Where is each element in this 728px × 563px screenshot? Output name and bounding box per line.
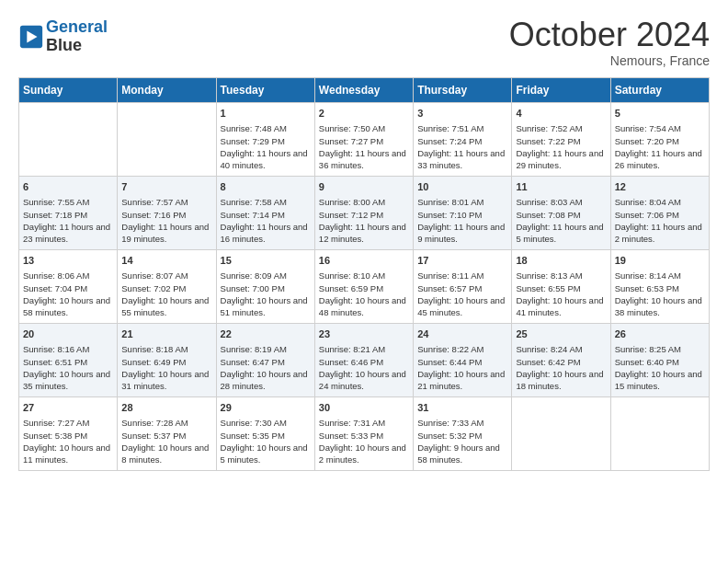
day-number: 21	[121, 327, 211, 341]
logo: General Blue	[18, 18, 108, 55]
col-tuesday: Tuesday	[216, 78, 314, 103]
day-info: Daylight: 10 hours and 48 minutes.	[319, 295, 406, 317]
day-number: 26	[615, 327, 705, 341]
day-info: Sunrise: 8:09 AM	[221, 270, 287, 281]
day-number: 13	[23, 254, 113, 268]
day-info: Sunrise: 7:31 AM	[319, 418, 385, 428]
day-number: 24	[417, 327, 507, 341]
col-thursday: Thursday	[414, 78, 512, 103]
day-number: 6	[23, 180, 113, 194]
calendar-cell: 3Sunrise: 7:51 AMSunset: 7:24 PMDaylight…	[414, 103, 512, 177]
day-info: Daylight: 10 hours and 58 minutes.	[23, 295, 110, 317]
day-info: Daylight: 11 hours and 23 minutes.	[23, 222, 110, 244]
day-info: Sunrise: 7:27 AM	[23, 418, 89, 428]
day-info: Sunrise: 8:00 AM	[319, 197, 385, 207]
calendar-week-1: 1Sunrise: 7:48 AMSunset: 7:29 PMDaylight…	[19, 103, 710, 177]
calendar-cell: 10Sunrise: 8:01 AMSunset: 7:10 PMDayligh…	[414, 177, 512, 250]
calendar-cell	[118, 103, 216, 177]
day-info: Sunrise: 8:16 AM	[23, 344, 89, 354]
calendar-cell: 27Sunrise: 7:27 AMSunset: 5:38 PMDayligh…	[19, 397, 118, 471]
day-info: Sunset: 6:59 PM	[319, 283, 383, 293]
calendar-cell	[19, 103, 118, 177]
day-number: 8	[221, 180, 311, 194]
day-info: Sunset: 7:06 PM	[615, 210, 679, 220]
day-info: Sunset: 6:51 PM	[23, 357, 87, 367]
calendar-cell: 12Sunrise: 8:04 AMSunset: 7:06 PMDayligh…	[610, 177, 709, 250]
day-info: Sunrise: 8:14 AM	[615, 270, 681, 281]
day-info: Sunset: 5:38 PM	[23, 431, 87, 441]
calendar-cell: 8Sunrise: 7:58 AMSunset: 7:14 PMDaylight…	[216, 177, 314, 250]
calendar-cell: 11Sunrise: 8:03 AMSunset: 7:08 PMDayligh…	[512, 177, 610, 250]
calendar-cell: 16Sunrise: 8:10 AMSunset: 6:59 PMDayligh…	[314, 250, 413, 324]
day-info: Sunrise: 8:19 AM	[221, 344, 287, 354]
day-info: Sunrise: 8:07 AM	[121, 270, 188, 281]
calendar-cell: 14Sunrise: 8:07 AMSunset: 7:02 PMDayligh…	[118, 250, 216, 324]
day-number: 14	[121, 254, 211, 268]
day-number: 3	[417, 107, 507, 121]
day-info: Sunrise: 8:03 AM	[516, 197, 582, 207]
day-info: Daylight: 10 hours and 55 minutes.	[121, 295, 209, 317]
calendar-cell: 21Sunrise: 8:18 AMSunset: 6:49 PMDayligh…	[118, 324, 216, 397]
day-info: Daylight: 11 hours and 19 minutes.	[121, 222, 209, 244]
day-info: Sunset: 7:22 PM	[516, 136, 580, 146]
calendar-cell: 18Sunrise: 8:13 AMSunset: 6:55 PMDayligh…	[512, 250, 610, 324]
day-info: Daylight: 11 hours and 9 minutes.	[417, 222, 505, 244]
calendar-cell: 29Sunrise: 7:30 AMSunset: 5:35 PMDayligh…	[216, 397, 314, 471]
calendar-header: Sunday Monday Tuesday Wednesday Thursday…	[19, 78, 710, 103]
day-info: Sunset: 7:04 PM	[23, 283, 87, 293]
calendar-week-4: 20Sunrise: 8:16 AMSunset: 6:51 PMDayligh…	[19, 324, 710, 397]
calendar-cell: 13Sunrise: 8:06 AMSunset: 7:04 PMDayligh…	[19, 250, 118, 324]
day-info: Sunrise: 8:01 AM	[417, 197, 483, 207]
day-info: Sunset: 5:37 PM	[121, 431, 186, 441]
calendar-cell: 23Sunrise: 8:21 AMSunset: 6:46 PMDayligh…	[314, 324, 413, 397]
col-wednesday: Wednesday	[314, 78, 413, 103]
day-info: Sunrise: 8:06 AM	[23, 270, 89, 281]
day-number: 7	[121, 180, 211, 194]
day-info: Sunrise: 7:48 AM	[221, 123, 287, 133]
calendar-cell: 7Sunrise: 7:57 AMSunset: 7:16 PMDaylight…	[118, 177, 216, 250]
day-number: 1	[221, 107, 311, 121]
day-info: Daylight: 10 hours and 28 minutes.	[221, 369, 308, 391]
day-number: 23	[319, 327, 409, 341]
day-info: Daylight: 11 hours and 36 minutes.	[319, 148, 406, 170]
day-info: Sunset: 7:29 PM	[221, 136, 285, 146]
day-info: Sunrise: 7:28 AM	[121, 418, 188, 428]
calendar-cell: 28Sunrise: 7:28 AMSunset: 5:37 PMDayligh…	[118, 397, 216, 471]
day-number: 28	[121, 401, 211, 415]
day-info: Daylight: 10 hours and 51 minutes.	[221, 295, 308, 317]
calendar-week-2: 6Sunrise: 7:55 AMSunset: 7:18 PMDaylight…	[19, 177, 710, 250]
day-info: Daylight: 10 hours and 18 minutes.	[516, 369, 603, 391]
calendar-cell: 24Sunrise: 8:22 AMSunset: 6:44 PMDayligh…	[414, 324, 512, 397]
day-info: Sunset: 7:02 PM	[121, 283, 186, 293]
day-info: Daylight: 10 hours and 11 minutes.	[23, 442, 110, 465]
day-info: Sunrise: 8:18 AM	[121, 344, 188, 354]
day-info: Sunset: 7:16 PM	[121, 210, 186, 220]
calendar-cell: 30Sunrise: 7:31 AMSunset: 5:33 PMDayligh…	[314, 397, 413, 471]
day-number: 4	[516, 107, 606, 121]
calendar-cell: 15Sunrise: 8:09 AMSunset: 7:00 PMDayligh…	[216, 250, 314, 324]
day-number: 10	[417, 180, 507, 194]
day-info: Sunrise: 8:11 AM	[417, 270, 483, 281]
day-info: Sunset: 6:42 PM	[516, 357, 580, 367]
day-number: 22	[221, 327, 311, 341]
location-subtitle: Nemours, France	[509, 53, 710, 68]
header-row: Sunday Monday Tuesday Wednesday Thursday…	[19, 78, 710, 103]
day-info: Daylight: 9 hours and 58 minutes.	[417, 442, 500, 465]
day-info: Sunrise: 8:22 AM	[417, 344, 483, 354]
day-info: Sunrise: 7:55 AM	[23, 197, 89, 207]
day-info: Sunrise: 7:50 AM	[319, 123, 385, 133]
day-info: Sunset: 7:18 PM	[23, 210, 87, 220]
day-number: 15	[221, 254, 311, 268]
day-info: Sunset: 7:20 PM	[615, 136, 679, 146]
calendar-cell: 5Sunrise: 7:54 AMSunset: 7:20 PMDaylight…	[610, 103, 709, 177]
day-info: Sunset: 7:00 PM	[221, 283, 285, 293]
day-number: 27	[23, 401, 113, 415]
day-info: Sunset: 6:49 PM	[121, 357, 186, 367]
calendar-page: General Blue October 2024 Nemours, Franc…	[0, 0, 728, 480]
day-info: Daylight: 11 hours and 12 minutes.	[319, 222, 406, 244]
calendar-cell: 9Sunrise: 8:00 AMSunset: 7:12 PMDaylight…	[314, 177, 413, 250]
calendar-cell: 31Sunrise: 7:33 AMSunset: 5:32 PMDayligh…	[414, 397, 512, 471]
day-info: Sunrise: 8:21 AM	[319, 344, 385, 354]
day-number: 17	[417, 254, 507, 268]
calendar-week-5: 27Sunrise: 7:27 AMSunset: 5:38 PMDayligh…	[19, 397, 710, 471]
